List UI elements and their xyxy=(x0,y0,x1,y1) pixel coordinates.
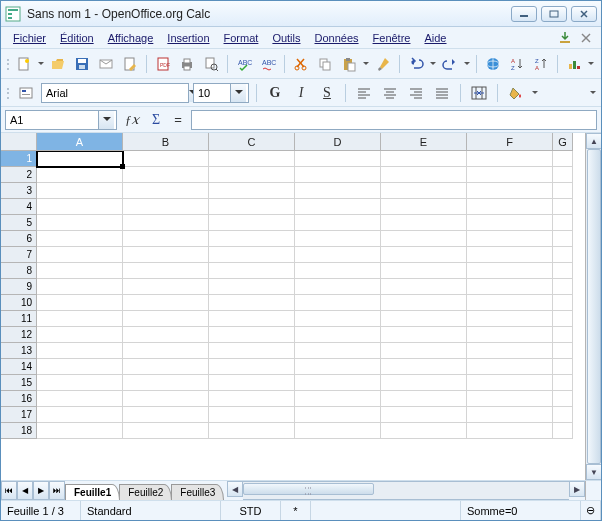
cell-A14[interactable] xyxy=(37,359,123,375)
cell-C11[interactable] xyxy=(209,311,295,327)
name-box-input[interactable] xyxy=(6,111,98,129)
paste-button[interactable] xyxy=(338,53,360,75)
cell-F3[interactable] xyxy=(467,183,553,199)
print-button[interactable] xyxy=(176,53,198,75)
cell-C6[interactable] xyxy=(209,231,295,247)
cell-F12[interactable] xyxy=(467,327,553,343)
vscroll-thumb[interactable] xyxy=(587,149,601,464)
cell-D7[interactable] xyxy=(295,247,381,263)
cell-B6[interactable] xyxy=(123,231,209,247)
row-header-11[interactable]: 11 xyxy=(1,311,37,327)
cell-G10[interactable] xyxy=(553,295,573,311)
align-justify-button[interactable] xyxy=(431,83,453,103)
cell-G17[interactable] xyxy=(553,407,573,423)
cell-F15[interactable] xyxy=(467,375,553,391)
horizontal-scrollbar[interactable]: ◀ ▶ xyxy=(227,481,585,500)
cell-B16[interactable] xyxy=(123,391,209,407)
maximize-button[interactable] xyxy=(541,6,567,22)
menu-edition[interactable]: Édition xyxy=(54,30,100,46)
cell-C1[interactable] xyxy=(209,151,295,167)
cell-E13[interactable] xyxy=(381,343,467,359)
name-box[interactable] xyxy=(5,110,117,130)
sum-icon[interactable]: Σ xyxy=(147,112,165,128)
cell-D9[interactable] xyxy=(295,279,381,295)
font-name-input[interactable] xyxy=(42,84,188,102)
cell-C10[interactable] xyxy=(209,295,295,311)
cell-C14[interactable] xyxy=(209,359,295,375)
cell-C17[interactable] xyxy=(209,407,295,423)
cell-D1[interactable] xyxy=(295,151,381,167)
cell-A16[interactable] xyxy=(37,391,123,407)
email-button[interactable] xyxy=(95,53,117,75)
name-box-dropdown[interactable] xyxy=(98,111,114,129)
spellcheck-button[interactable]: ABC xyxy=(233,53,255,75)
col-header-B[interactable]: B xyxy=(123,133,209,151)
cell-B7[interactable] xyxy=(123,247,209,263)
cell-C3[interactable] xyxy=(209,183,295,199)
cell-G14[interactable] xyxy=(553,359,573,375)
row-header-10[interactable]: 10 xyxy=(1,295,37,311)
bg-color-dropdown[interactable] xyxy=(531,89,539,97)
cell-F16[interactable] xyxy=(467,391,553,407)
cell-A2[interactable] xyxy=(37,167,123,183)
hyperlink-button[interactable] xyxy=(482,53,504,75)
cell-G18[interactable] xyxy=(553,423,573,439)
cell-D2[interactable] xyxy=(295,167,381,183)
toolbar-grip[interactable] xyxy=(5,57,11,71)
row-header-9[interactable]: 9 xyxy=(1,279,37,295)
cell-E4[interactable] xyxy=(381,199,467,215)
equals-icon[interactable]: = xyxy=(171,112,185,127)
cell-D3[interactable] xyxy=(295,183,381,199)
minimize-button[interactable] xyxy=(511,6,537,22)
cell-E14[interactable] xyxy=(381,359,467,375)
cell-E17[interactable] xyxy=(381,407,467,423)
cell-A7[interactable] xyxy=(37,247,123,263)
format-more-dropdown[interactable] xyxy=(589,89,597,97)
redo-button[interactable] xyxy=(439,53,461,75)
cell-F17[interactable] xyxy=(467,407,553,423)
row-header-17[interactable]: 17 xyxy=(1,407,37,423)
status-sum[interactable]: Somme=0 xyxy=(461,501,581,520)
redo-dropdown[interactable] xyxy=(463,60,471,68)
cut-button[interactable] xyxy=(290,53,312,75)
save-button[interactable] xyxy=(71,53,93,75)
align-right-button[interactable] xyxy=(405,83,427,103)
close-button[interactable] xyxy=(571,6,597,22)
sheet-tab-feuille2[interactable]: Feuille2 xyxy=(119,484,172,500)
col-header-A[interactable]: A xyxy=(37,133,123,151)
col-header-G[interactable]: G xyxy=(553,133,573,151)
format-paintbrush-button[interactable] xyxy=(372,53,394,75)
cell-E5[interactable] xyxy=(381,215,467,231)
merge-cells-button[interactable] xyxy=(468,83,490,103)
cell-C5[interactable] xyxy=(209,215,295,231)
cell-F9[interactable] xyxy=(467,279,553,295)
tab-nav-next[interactable]: ▶ xyxy=(33,481,49,500)
sort-asc-button[interactable]: AZ xyxy=(506,53,528,75)
underline-button[interactable]: S xyxy=(316,83,338,103)
sort-desc-button[interactable]: ZA xyxy=(530,53,552,75)
cell-E6[interactable] xyxy=(381,231,467,247)
cell-B1[interactable] xyxy=(123,151,209,167)
row-header-3[interactable]: 3 xyxy=(1,183,37,199)
cell-E15[interactable] xyxy=(381,375,467,391)
row-header-2[interactable]: 2 xyxy=(1,167,37,183)
print-preview-button[interactable] xyxy=(200,53,222,75)
new-doc-dropdown[interactable] xyxy=(37,60,45,68)
cell-A4[interactable] xyxy=(37,199,123,215)
cell-B9[interactable] xyxy=(123,279,209,295)
cell-F13[interactable] xyxy=(467,343,553,359)
select-all-corner[interactable] xyxy=(1,133,37,151)
undo-button[interactable] xyxy=(405,53,427,75)
cell-D8[interactable] xyxy=(295,263,381,279)
cell-E8[interactable] xyxy=(381,263,467,279)
format-grip[interactable] xyxy=(5,86,11,100)
zoom-minus-icon[interactable]: ⊖ xyxy=(581,501,601,520)
row-header-13[interactable]: 13 xyxy=(1,343,37,359)
cell-F4[interactable] xyxy=(467,199,553,215)
cell-C8[interactable] xyxy=(209,263,295,279)
cell-G7[interactable] xyxy=(553,247,573,263)
tab-nav-prev[interactable]: ◀ xyxy=(17,481,33,500)
row-header-14[interactable]: 14 xyxy=(1,359,37,375)
scroll-down-button[interactable]: ▼ xyxy=(586,464,601,480)
cell-G6[interactable] xyxy=(553,231,573,247)
